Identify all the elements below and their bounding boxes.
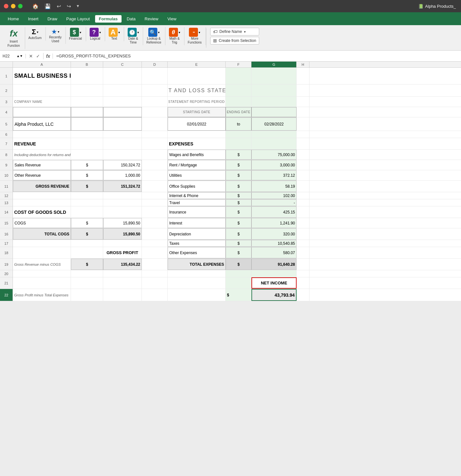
cell-i14[interactable] <box>297 206 309 218</box>
cell-b17[interactable] <box>13 240 71 247</box>
cell-d14[interactable] <box>103 206 142 218</box>
cell-d11[interactable]: 151,324.72 <box>103 181 142 192</box>
cell-c7[interactable] <box>71 138 103 149</box>
net-income-value-cell[interactable]: 43,793.94 <box>251 289 297 301</box>
autosum-button[interactable]: Σ ▾ AutoSum <box>26 27 44 41</box>
cell-c11[interactable]: $ <box>71 181 103 192</box>
insert-function-button[interactable]: fx Insert Function <box>3 27 25 49</box>
row-num-5[interactable]: 5 <box>0 117 13 131</box>
cell-b14[interactable]: COST OF GOODS SOLD <box>13 206 71 218</box>
cell-c9[interactable]: $ <box>71 160 103 170</box>
row-num-20[interactable]: 20 <box>0 270 13 277</box>
cell-b13[interactable] <box>13 199 71 206</box>
cell-i8[interactable] <box>297 150 309 160</box>
row-num-3[interactable]: 3 <box>0 97 13 107</box>
menu-view[interactable]: View <box>163 15 180 23</box>
cell-c6[interactable] <box>71 131 103 138</box>
menu-insert[interactable]: Insert <box>24 15 43 23</box>
row-num-14[interactable]: 14 <box>0 206 13 218</box>
save-icon[interactable]: 💾 <box>44 3 51 9</box>
cell-h8[interactable]: 75,000.00 <box>251 150 297 160</box>
cell-h3[interactable] <box>251 97 297 107</box>
undo-icon[interactable]: ↩ <box>57 3 61 9</box>
cell-h19[interactable]: 91,640.28 <box>251 259 297 270</box>
cell-g1[interactable] <box>226 68 251 84</box>
cell-c14[interactable] <box>71 206 103 218</box>
col-header-d[interactable]: D <box>142 62 168 67</box>
cell-i4[interactable] <box>297 107 309 117</box>
cell-d13[interactable] <box>103 199 142 206</box>
cell-i18[interactable] <box>297 247 309 258</box>
cell-g19[interactable]: $ <box>226 259 251 270</box>
cell-i1[interactable] <box>297 68 309 84</box>
cell-c17[interactable] <box>71 240 103 247</box>
col-header-f[interactable]: F <box>226 62 251 67</box>
cell-c20[interactable] <box>71 270 103 277</box>
cell-i21[interactable] <box>297 277 309 289</box>
cell-d3[interactable] <box>103 97 142 107</box>
cell-i20[interactable] <box>297 270 309 277</box>
cell-e21[interactable] <box>142 277 168 289</box>
math-button[interactable]: θ ▾ Math & Trig <box>167 27 182 45</box>
cell-f18[interactable]: Other Expenses <box>168 247 226 258</box>
cell-g3[interactable] <box>226 97 251 107</box>
cell-i2[interactable] <box>297 84 309 96</box>
cell-f6[interactable] <box>168 131 226 138</box>
cell-c21[interactable] <box>71 277 103 289</box>
cell-g2[interactable] <box>226 84 251 96</box>
cell-h13[interactable]: - <box>251 199 297 206</box>
cell-g5[interactable]: to <box>226 117 251 131</box>
cell-c1[interactable] <box>71 68 103 84</box>
cell-e22[interactable] <box>142 289 168 301</box>
cell-f7[interactable]: EXPENSES <box>168 138 226 149</box>
cell-d12[interactable] <box>103 192 142 199</box>
cell-f16[interactable]: Depreciation <box>168 228 226 240</box>
cell-f11[interactable]: Office Supplies <box>168 181 226 192</box>
row-num-6[interactable]: 6 <box>0 131 13 138</box>
lookup-button[interactable]: 🔍 ▾ Lookup & Reference <box>144 27 163 45</box>
col-header-b[interactable]: B <box>71 62 103 67</box>
cell-e2[interactable] <box>142 84 168 96</box>
row-num-10[interactable]: 10 <box>0 170 13 181</box>
cell-h18[interactable]: 580.07 <box>251 247 297 258</box>
cell-d9[interactable]: 150,324.72 <box>103 160 142 170</box>
menu-review[interactable]: Review <box>141 15 162 23</box>
row-num-21[interactable]: 21 <box>0 277 13 289</box>
cell-g15[interactable]: $ <box>226 218 251 228</box>
cell-b7[interactable]: REVENUE <box>13 138 71 149</box>
cell-g16[interactable]: $ <box>226 228 251 240</box>
cell-g6[interactable] <box>226 131 251 138</box>
cell-g17[interactable]: $ <box>226 240 251 247</box>
cell-c16[interactable]: $ <box>71 228 103 240</box>
cell-reference-box[interactable]: H22 ▲▼ <box>0 54 26 58</box>
cell-e18[interactable] <box>142 247 168 258</box>
cell-c5[interactable] <box>71 117 103 131</box>
row-num-12[interactable]: 12 <box>0 192 13 199</box>
cell-h11[interactable]: 58.19 <box>251 181 297 192</box>
cell-g8[interactable]: $ <box>226 150 251 160</box>
cell-f9[interactable]: Rent / Mortgage <box>168 160 226 170</box>
cell-i10[interactable] <box>297 170 309 180</box>
cell-c10[interactable]: $ <box>71 170 103 180</box>
cell-f4[interactable]: STARTING DATE <box>168 107 226 117</box>
cell-c19[interactable]: $ <box>71 259 103 270</box>
cell-g21[interactable] <box>226 277 251 289</box>
cell-c22[interactable] <box>71 289 103 301</box>
menu-formulas[interactable]: Formulas <box>95 15 122 23</box>
cell-b15[interactable]: COGS <box>13 218 71 228</box>
cell-h4[interactable] <box>251 107 297 117</box>
cell-f22[interactable] <box>168 289 226 301</box>
cell-c12[interactable] <box>71 192 103 199</box>
cell-h1[interactable] <box>251 68 297 84</box>
col-header-c[interactable]: C <box>103 62 142 67</box>
cell-e8[interactable] <box>142 150 168 160</box>
cell-c8[interactable] <box>71 150 103 160</box>
row-num-11[interactable]: 11 <box>0 181 13 192</box>
cell-d2[interactable] <box>103 84 142 96</box>
cell-e9[interactable] <box>142 160 168 170</box>
cell-g14[interactable]: $ <box>226 206 251 218</box>
cell-i7[interactable] <box>297 138 309 149</box>
define-name-button[interactable]: 🏷 Define Name ▾ <box>210 28 259 35</box>
cell-d22[interactable] <box>103 289 142 301</box>
cell-h12[interactable]: 102.00 <box>251 192 297 199</box>
